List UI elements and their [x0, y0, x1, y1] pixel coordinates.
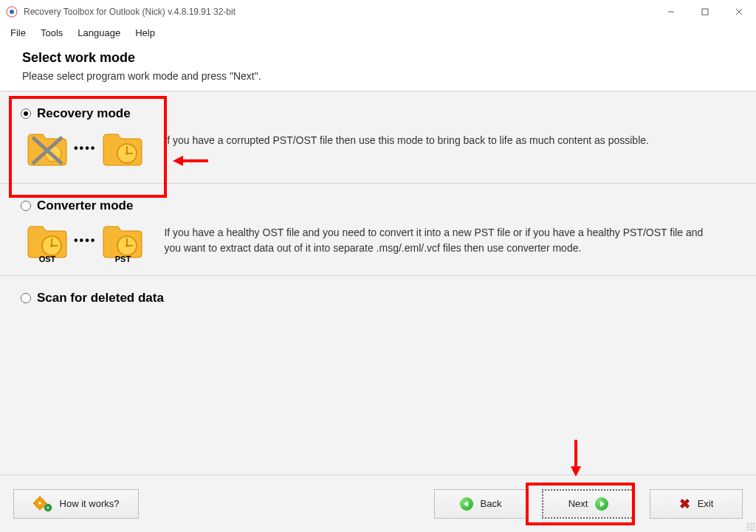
svg-rect-27: [33, 502, 35, 504]
next-button[interactable]: Next: [542, 489, 635, 519]
svg-marker-32: [600, 501, 605, 507]
converter-icons: OST •••• PST: [25, 221, 145, 260]
option-recovery[interactable]: Recovery mode ••••: [0, 91, 756, 184]
svg-rect-25: [39, 497, 41, 499]
arrow-right-icon: [595, 497, 608, 511]
option-recovery-radio-row[interactable]: Recovery mode: [21, 106, 735, 121]
wizard-content: Recovery mode ••••: [0, 91, 756, 474]
back-label: Back: [481, 498, 502, 509]
menu-language[interactable]: Language: [70, 24, 128, 41]
menubar: File Tools Language Help: [0, 24, 756, 43]
dots-icon: ••••: [74, 234, 96, 247]
svg-rect-26: [39, 508, 41, 510]
option-converter-radio-row[interactable]: Converter mode: [21, 198, 735, 213]
pst-label: PST: [115, 255, 131, 263]
ost-folder-icon: OST: [25, 221, 69, 260]
svg-rect-28: [44, 502, 47, 504]
wizard-header: Select work mode Please select program w…: [0, 43, 756, 91]
window-controls: [654, 0, 756, 24]
page-title: Select work mode: [22, 50, 734, 66]
recovered-folder-icon: [100, 128, 145, 168]
svg-point-24: [38, 501, 41, 504]
option-scan-radio-row[interactable]: Scan for deleted data: [21, 291, 735, 305]
option-scan[interactable]: Scan for deleted data: [0, 276, 756, 328]
radio-scan[interactable]: [21, 293, 31, 303]
gears-icon: [33, 496, 52, 512]
maximize-button[interactable]: [688, 0, 722, 24]
back-button[interactable]: Back: [434, 489, 527, 519]
pst-folder-icon: PST: [100, 221, 145, 260]
option-scan-label: Scan for deleted data: [37, 291, 164, 305]
svg-point-30: [47, 506, 49, 508]
how-it-works-button[interactable]: How it works?: [13, 489, 139, 519]
dots-icon: ••••: [74, 142, 96, 155]
svg-point-1: [10, 10, 14, 14]
arrow-left-icon: [460, 497, 473, 511]
option-recovery-desc: If you have a corrupted PST/OST file the…: [164, 128, 649, 148]
recovery-icons: ••••: [25, 128, 145, 168]
svg-marker-31: [464, 501, 468, 507]
exit-label: Exit: [698, 498, 714, 509]
window-title: Recovery Toolbox for Outlook (Nick) v.4.…: [24, 7, 236, 17]
corrupted-folder-icon: [25, 128, 69, 168]
option-converter-label: Converter mode: [37, 198, 133, 213]
resize-grip[interactable]: [746, 522, 755, 531]
radio-converter[interactable]: [21, 201, 31, 211]
ost-label: OST: [39, 255, 56, 263]
radio-recovery[interactable]: [21, 108, 31, 119]
option-recovery-label: Recovery mode: [37, 106, 131, 121]
menu-help[interactable]: Help: [128, 24, 162, 41]
option-converter[interactable]: Converter mode OST ••••: [0, 184, 756, 276]
app-icon: [6, 6, 18, 18]
page-subtitle: Please select program work mode and pres…: [22, 70, 734, 82]
exit-button[interactable]: ✖ Exit: [650, 489, 743, 519]
menu-tools[interactable]: Tools: [33, 24, 70, 41]
close-x-icon: ✖: [679, 496, 690, 512]
close-button[interactable]: [722, 0, 756, 24]
wizard-footer: How it works? Back Next ✖ Exit: [0, 474, 756, 532]
how-it-works-label: How it works?: [60, 498, 120, 509]
titlebar: Recovery Toolbox for Outlook (Nick) v.4.…: [0, 0, 756, 24]
minimize-button[interactable]: [654, 0, 688, 24]
next-label: Next: [568, 498, 588, 509]
svg-rect-3: [702, 9, 708, 15]
menu-file[interactable]: File: [3, 24, 33, 41]
option-converter-desc: If you have a healthy OST file and you n…: [164, 221, 710, 256]
